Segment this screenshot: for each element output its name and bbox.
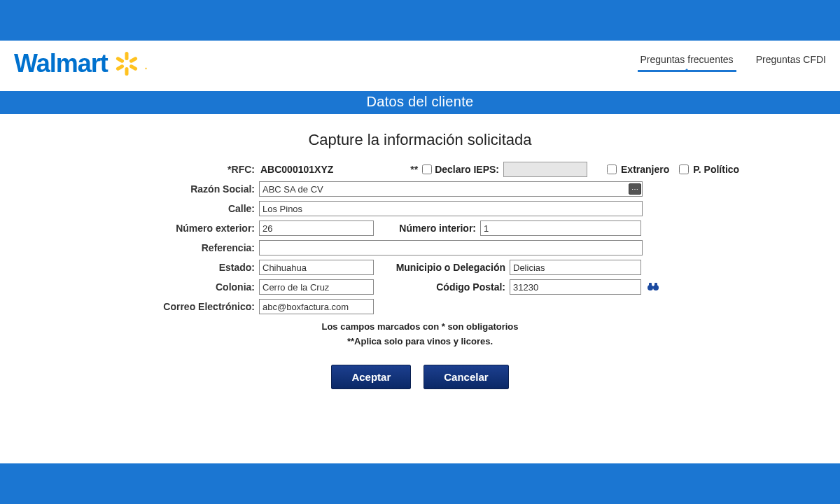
num-int-label: Número interior: (374, 223, 480, 234)
estado-label: Estado: (28, 262, 259, 273)
municipio-label: Municipio o Delegación (374, 262, 510, 273)
colonia-input[interactable] (259, 279, 374, 295)
top-banner (0, 0, 840, 41)
accept-button[interactable]: Aceptar (331, 365, 411, 389)
header: Walmart . Preguntas frecuentes Preguntas… (0, 41, 840, 91)
customer-form: Capture la información solicitada *RFC: … (0, 114, 840, 396)
num-ext-input[interactable] (259, 220, 374, 236)
declare-ieps-label: Declaro IEPS: (435, 164, 499, 175)
political-checkbox[interactable] (679, 164, 689, 174)
nav-faq[interactable]: Preguntas frecuentes (640, 54, 734, 69)
cp-input[interactable] (510, 279, 641, 295)
brand-dot: . (144, 57, 148, 78)
note-ieps: **Aplica solo para vinos y licores. (28, 335, 812, 349)
svg-rect-3 (649, 283, 652, 286)
note-required: Los campos marcados con * son obligatori… (28, 320, 812, 335)
cancel-button[interactable]: Cancelar (424, 365, 508, 389)
num-ext-label: Número exterior: (28, 223, 259, 234)
foreign-label: Extranjero (621, 164, 669, 175)
political-label: P. Político (693, 164, 739, 175)
form-heading: Capture la información solicitada (28, 131, 812, 149)
brand-logo: Walmart . (14, 49, 148, 78)
form-notes: Los campos marcados con * son obligatori… (28, 320, 812, 349)
email-label: Correo Electrónico: (28, 301, 259, 312)
declare-ieps-checkbox[interactable] (422, 164, 432, 174)
binoculars-icon[interactable] (647, 281, 659, 293)
razon-social-label: Razón Social: (28, 183, 259, 195)
button-row: Aceptar Cancelar (28, 365, 812, 389)
nav-cfdi[interactable]: Preguntas CFDI (756, 54, 826, 69)
calle-label: Calle: (28, 203, 259, 214)
colonia-label: Colonia: (28, 281, 259, 293)
email-input[interactable] (259, 299, 374, 314)
referencia-input[interactable] (259, 240, 643, 255)
header-nav: Preguntas frecuentes Preguntas CFDI (640, 54, 826, 74)
lookup-icon[interactable]: ⋯ (629, 183, 641, 195)
spark-icon (115, 52, 139, 76)
foreign-checkbox[interactable] (607, 164, 617, 174)
svg-rect-2 (652, 286, 654, 288)
calle-input[interactable] (259, 201, 643, 216)
rfc-label: *RFC: (28, 164, 259, 175)
num-int-input[interactable] (480, 220, 641, 236)
bottom-banner (0, 463, 840, 504)
rfc-value: ABC000101XYZ (259, 164, 333, 175)
razon-social-input[interactable] (259, 181, 643, 197)
estado-input[interactable] (259, 260, 374, 275)
brand-name: Walmart (14, 49, 108, 78)
section-title: Datos del cliente (0, 91, 840, 114)
ieps-asterisks: ** (410, 164, 418, 175)
svg-rect-4 (654, 283, 657, 286)
municipio-input[interactable] (510, 260, 641, 275)
referencia-label: Referencia: (28, 242, 259, 253)
cp-label: Código Postal: (374, 281, 510, 293)
ieps-disabled-input (503, 162, 587, 177)
